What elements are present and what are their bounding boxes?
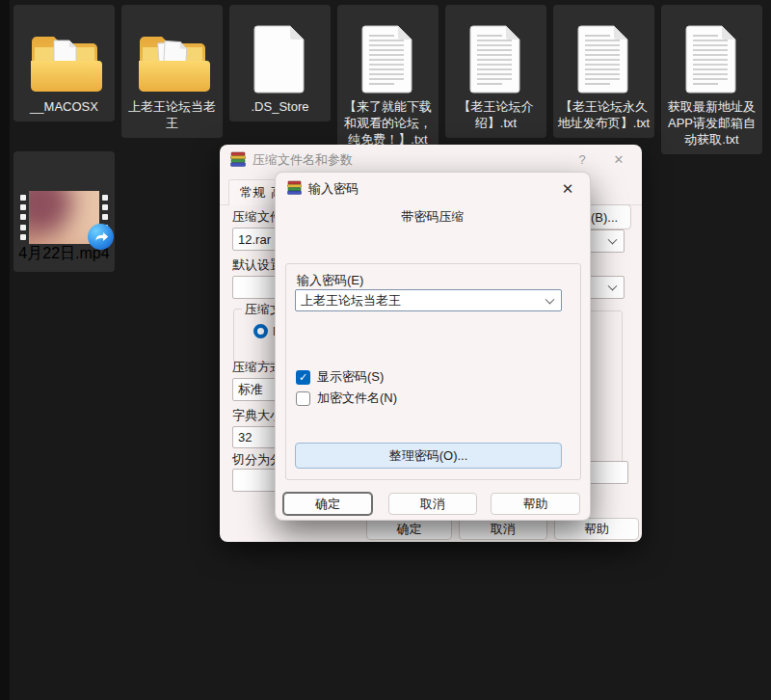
desktop-item-txt-intro[interactable]: 【老王论坛介绍】.txt (445, 5, 546, 138)
folder-documents-icon (121, 5, 223, 94)
password-dialog-header: 带密码压缩 (276, 208, 590, 226)
method-value: 标准 (238, 381, 263, 398)
encrypt-names-checkbox[interactable]: 加密文件名(N) (296, 390, 397, 407)
text-file-icon (553, 5, 654, 94)
desktop-edge-shadow (0, 0, 10, 700)
blank-file-icon (229, 5, 331, 94)
encrypt-names-label: 加密文件名(N) (317, 390, 397, 407)
checkbox-unchecked-icon (296, 391, 310, 406)
dictionary-value: 32 (238, 430, 252, 444)
video-overlay-arrow-icon (88, 224, 114, 250)
winrar-icon (287, 180, 302, 195)
checkbox-checked-icon: ✓ (296, 370, 310, 385)
password-input-label: 输入密码(E) (297, 272, 363, 289)
help-button[interactable]: 帮助 (554, 518, 639, 540)
desktop-item-label: .DS_Store (229, 98, 331, 115)
text-file-icon (661, 5, 762, 94)
password-dialog: 输入密码 ✕ 带密码压缩 输入密码(E) 上老王论坛当老王 ✓ 显示密码(S) … (275, 172, 591, 521)
archive-dialog-title: 压缩文件名和参数 (253, 151, 353, 169)
cancel-button[interactable]: 取消 (459, 518, 547, 540)
password-value: 上老王论坛当老王 (301, 292, 401, 310)
desktop-item-video[interactable]: 4月22日.mp4 (13, 151, 115, 272)
password-dialog-title: 输入密码 (308, 180, 359, 198)
archive-dialog-titlebar: 压缩文件名和参数 ? ✕ (220, 145, 642, 174)
desktop-item-label: 【老王论坛永久地址发布页】.txt (553, 98, 654, 131)
filmstrip-left (17, 191, 29, 244)
desktop-item-label: 上老王论坛当老王 (121, 98, 223, 131)
ok-button[interactable]: 确定 (366, 518, 452, 540)
show-password-checkbox[interactable]: ✓ 显示密码(S) (296, 368, 384, 386)
desktop-item-label: 【来了就能下载和观看的论坛，纯免费！】.txt (337, 98, 439, 148)
text-file-icon (337, 5, 439, 94)
archive-name-value: 12.rar (238, 232, 271, 247)
organize-passwords-button[interactable]: 整理密码(O)... (295, 443, 562, 469)
ok-button[interactable]: 确定 (283, 493, 372, 515)
chevron-down-icon[interactable] (545, 294, 555, 304)
folder-icon (13, 5, 115, 94)
desktop-item-macosx[interactable]: __MACOSX (13, 5, 115, 121)
close-icon[interactable]: ✕ (557, 178, 578, 200)
desktop-item-label: 获取最新地址及APP请发邮箱自动获取.txt (661, 98, 762, 148)
help-icon[interactable]: ? (572, 149, 592, 169)
show-password-label: 显示密码(S) (317, 368, 384, 386)
cancel-button[interactable]: 取消 (388, 493, 477, 515)
desktop: { "desktop": { "items": [ {"label": "__M… (0, 0, 771, 700)
desktop-item-dsstore[interactable]: .DS_Store (229, 5, 331, 121)
close-icon[interactable]: ✕ (609, 149, 628, 169)
desktop-item-folder-laowang[interactable]: 上老王论坛当老王 (121, 5, 223, 138)
chevron-down-icon (608, 282, 618, 291)
desktop-item-label: __MACOSX (13, 98, 115, 115)
help-button[interactable]: 帮助 (491, 493, 580, 515)
winrar-icon (230, 151, 246, 167)
desktop-item-txt-download[interactable]: 【来了就能下载和观看的论坛，纯免费！】.txt (337, 5, 439, 154)
rar-radio-icon[interactable] (253, 324, 268, 338)
desktop-item-txt-mailbox[interactable]: 获取最新地址及APP请发邮箱自动获取.txt (661, 5, 762, 154)
video-thumbnail (17, 191, 111, 244)
tab-general[interactable]: 常规 (228, 179, 277, 205)
password-combobox[interactable]: 上老王论坛当老王 (295, 289, 562, 311)
text-file-icon (445, 5, 546, 94)
desktop-item-label: 【老王论坛介绍】.txt (445, 98, 546, 131)
chevron-down-icon (608, 235, 618, 245)
desktop-item-txt-address[interactable]: 【老王论坛永久地址发布页】.txt (553, 5, 654, 138)
browse-button-label: (B)... (591, 210, 618, 225)
